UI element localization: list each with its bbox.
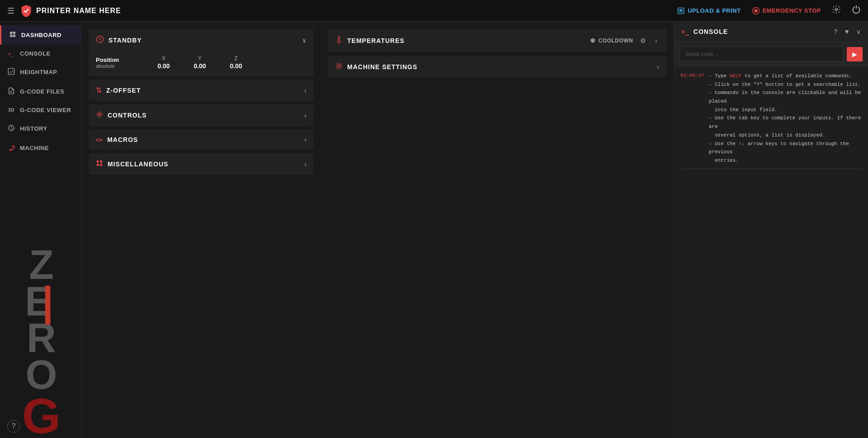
console-title: CONSOLE — [693, 28, 728, 35]
console-output: 03:00:47 - Type HELP to get a list of av… — [674, 66, 868, 438]
axis-y-value: 0.00 — [193, 62, 206, 70]
miscellaneous-header-left: MISCELLANEOUS — [96, 160, 168, 169]
sidebar-help-button[interactable]: ? — [7, 420, 20, 433]
machine-settings-header-left: MACHINE SETTINGS — [335, 62, 417, 71]
svg-rect-15 — [97, 164, 99, 166]
controls-card: CONTROLS ‹ — [89, 104, 314, 126]
miscellaneous-chevron: ‹ — [304, 160, 307, 168]
machine-settings-card: MACHINE SETTINGS ‹ — [328, 56, 666, 78]
position-x: X 0.00 — [146, 55, 182, 70]
controls-header[interactable]: CONTROLS ‹ — [89, 104, 314, 126]
sidebar-item-dashboard[interactable]: DASHBOARD — [0, 25, 81, 45]
temperatures-header-left: TEMPERATURES — [335, 36, 405, 45]
sidebar-bg: Z E | R O G — [0, 188, 81, 438]
z-offset-icon: ⇅ — [96, 86, 102, 94]
bg-letter-z: Z — [29, 247, 52, 283]
svg-rect-13 — [97, 160, 99, 163]
macros-title: MACROS — [107, 136, 138, 143]
sidebar-label-gcode-viewer: G-CODE VIEWER — [20, 107, 71, 113]
axis-x-label: X — [162, 55, 165, 61]
console-panel: >_ CONSOLE ? ▼ ∨ ▶ 03:00:47 — [674, 22, 868, 438]
cooldown-icon: ❄ — [590, 37, 596, 44]
sidebar-item-gcode-viewer[interactable]: 3D G-CODE VIEWER — [0, 101, 81, 119]
upload-print-label: UPLOAD & PRINT — [688, 7, 741, 14]
bg-letter-i: | — [42, 283, 52, 320]
temperatures-collapse-icon[interactable]: ‹ — [653, 35, 659, 46]
sidebar-item-heightmap[interactable]: HEIGHTMAP — [0, 62, 81, 82]
heightmap-icon — [7, 68, 15, 76]
machine-icon — [7, 144, 15, 152]
emergency-stop-button[interactable]: EMERGENCY STOP — [752, 7, 821, 15]
middle-panel: TEMPERATURES ❄ COOLDOWN ⚙ ‹ — [321, 22, 674, 438]
console-help-button[interactable]: ? — [834, 28, 837, 35]
send-icon: ▶ — [852, 51, 857, 58]
console-title-icon: >_ — [681, 28, 689, 35]
settings-icon[interactable] — [832, 5, 841, 16]
sidebar-label-heightmap: HEIGHTMAP — [20, 69, 57, 75]
sidebar-item-history[interactable]: HISTORY — [0, 119, 81, 138]
macros-header[interactable]: <> MACROS ‹ — [89, 130, 314, 150]
topbar-left: ☰ PRINTER NAME HERE — [7, 5, 121, 17]
machine-settings-chevron: ‹ — [657, 63, 659, 71]
sidebar-help-label: ? — [12, 422, 16, 430]
svg-point-17 — [338, 65, 340, 67]
controls-header-left: CONTROLS — [96, 111, 147, 120]
console-divider — [680, 169, 862, 169]
standby-header[interactable]: STANDBY ∨ — [89, 29, 314, 52]
console-nav-icon: ›_ — [7, 50, 15, 57]
upload-icon — [677, 7, 685, 15]
console-header: >_ CONSOLE ? ▼ ∨ — [674, 22, 868, 42]
z-offset-title: Z-OFFSET — [106, 87, 141, 94]
console-log-text: - Type HELP to get a list of available c… — [709, 72, 862, 165]
emergency-icon — [752, 7, 760, 15]
brand-shield-icon — [20, 5, 33, 17]
sidebar-label-gcode-files: G-CODE FILES — [20, 88, 64, 95]
temperatures-card: TEMPERATURES ❄ COOLDOWN ⚙ ‹ — [328, 29, 666, 52]
standby-body: Position absolute X 0.00 Y 0.00 Z — [89, 52, 314, 76]
standby-header-left: STANDBY — [96, 35, 142, 45]
z-offset-card: ⇅ Z-OFFSET ‹ — [89, 80, 314, 101]
sidebar-label-dashboard: DASHBOARD — [21, 32, 61, 38]
cooldown-button[interactable]: ❄ COOLDOWN — [590, 37, 633, 44]
help-highlight: HELP — [730, 73, 741, 79]
axis-y-label: Y — [198, 55, 202, 61]
main-layout: DASHBOARD ›_ CONSOLE HEIGHTMAP G-CODE FI… — [0, 22, 868, 438]
gcode-files-icon — [7, 87, 15, 96]
temperatures-title: TEMPERATURES — [347, 37, 405, 44]
sidebar-item-console[interactable]: ›_ CONSOLE — [0, 45, 81, 62]
standby-title: STANDBY — [108, 37, 142, 44]
axis-x-value: 0.00 — [157, 62, 170, 70]
sidebar-item-machine[interactable]: MACHINE — [0, 138, 81, 158]
sidebar: DASHBOARD ›_ CONSOLE HEIGHTMAP G-CODE FI… — [0, 22, 81, 438]
svg-point-4 — [835, 9, 838, 11]
console-filter-button[interactable]: ▼ — [844, 28, 850, 35]
upload-print-button[interactable]: UPLOAD & PRINT — [677, 7, 741, 15]
console-input-row: ▶ — [674, 42, 868, 66]
macros-header-left: <> MACROS — [96, 136, 138, 143]
temperatures-icon — [335, 36, 343, 45]
power-icon[interactable] — [852, 5, 861, 16]
axis-z-label: Z — [234, 55, 237, 61]
menu-icon[interactable]: ☰ — [7, 6, 14, 16]
miscellaneous-header[interactable]: MISCELLANEOUS ‹ — [89, 153, 314, 175]
svg-rect-6 — [13, 32, 15, 34]
svg-rect-14 — [100, 160, 102, 163]
history-icon — [7, 124, 15, 133]
console-send-button[interactable]: ▶ — [847, 47, 863, 61]
sidebar-item-gcode-files[interactable]: G-CODE FILES — [0, 82, 81, 101]
miscellaneous-card: MISCELLANEOUS ‹ — [89, 153, 314, 175]
console-input[interactable] — [679, 47, 843, 61]
machine-settings-header[interactable]: MACHINE SETTINGS ‹ — [328, 56, 666, 78]
emergency-stop-label: EMERGENCY STOP — [763, 7, 821, 14]
svg-rect-5 — [10, 32, 12, 34]
topbar-right: UPLOAD & PRINT EMERGENCY STOP — [677, 5, 861, 16]
console-timestamp: 03:00:47 — [680, 72, 704, 165]
console-log-entry: 03:00:47 - Type HELP to get a list of av… — [680, 72, 862, 165]
temperatures-header[interactable]: TEMPERATURES ❄ COOLDOWN ⚙ ‹ — [328, 29, 666, 52]
console-collapse-button[interactable]: ∨ — [856, 28, 861, 35]
position-z: Z 0.00 — [218, 55, 254, 70]
axis-z-value: 0.00 — [230, 62, 242, 70]
position-y: Y 0.00 — [182, 55, 218, 70]
z-offset-header[interactable]: ⇅ Z-OFFSET ‹ — [89, 80, 314, 101]
temperatures-settings-icon[interactable]: ⚙ — [638, 35, 648, 46]
